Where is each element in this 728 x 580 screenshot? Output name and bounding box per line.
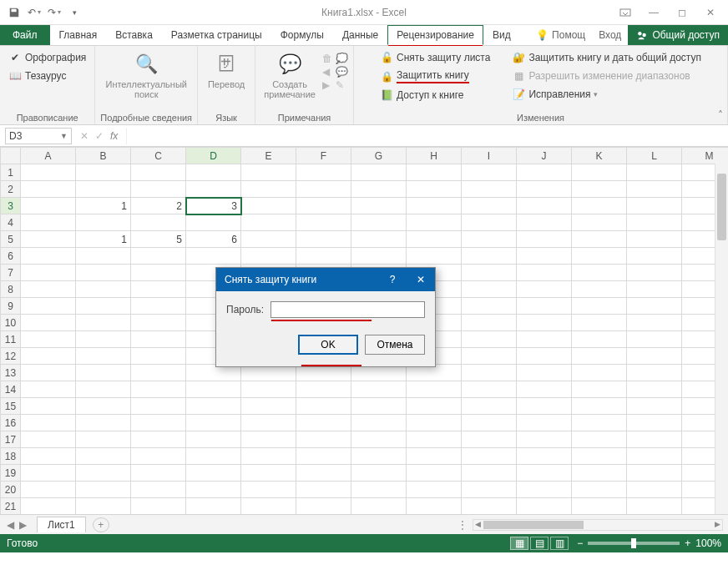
row-header[interactable]: 17 bbox=[1, 431, 21, 448]
cell[interactable] bbox=[627, 431, 682, 448]
tab-formulas[interactable]: Формулы bbox=[271, 25, 333, 45]
maximize-icon[interactable]: ◻ bbox=[670, 4, 695, 21]
cell[interactable] bbox=[21, 331, 76, 348]
tab-file[interactable]: Файл bbox=[0, 25, 50, 45]
tab-insert[interactable]: Вставка bbox=[106, 25, 162, 45]
cell[interactable] bbox=[572, 381, 627, 398]
cell[interactable] bbox=[462, 198, 517, 214]
cell[interactable] bbox=[296, 431, 351, 448]
cell[interactable] bbox=[572, 331, 627, 348]
cell[interactable] bbox=[351, 164, 407, 181]
cell[interactable] bbox=[627, 482, 682, 498]
row-header[interactable]: 10 bbox=[1, 315, 21, 331]
cell[interactable] bbox=[76, 315, 131, 331]
cell[interactable] bbox=[462, 331, 517, 348]
cell[interactable] bbox=[186, 431, 241, 448]
cell[interactable] bbox=[76, 348, 131, 365]
ribbon-options-icon[interactable] bbox=[613, 4, 638, 21]
cell[interactable] bbox=[407, 381, 462, 398]
cell[interactable] bbox=[131, 398, 186, 415]
row-header[interactable]: 8 bbox=[1, 281, 21, 298]
cell[interactable] bbox=[627, 298, 682, 315]
cell[interactable] bbox=[21, 198, 76, 214]
cell[interactable] bbox=[241, 248, 296, 265]
undo-icon[interactable]: ↶ bbox=[27, 5, 42, 20]
cell[interactable] bbox=[351, 448, 407, 465]
cell[interactable] bbox=[76, 298, 131, 315]
cell[interactable] bbox=[462, 365, 517, 381]
view-page-layout-icon[interactable]: ▤ bbox=[530, 537, 549, 550]
cell[interactable] bbox=[462, 214, 517, 231]
dialog-close-icon[interactable]: ✕ bbox=[407, 268, 435, 291]
cell[interactable] bbox=[76, 498, 131, 515]
cell[interactable] bbox=[462, 381, 517, 398]
cell[interactable] bbox=[517, 181, 572, 198]
show-comment-icon[interactable]: 💭 bbox=[336, 53, 348, 64]
cell[interactable] bbox=[517, 415, 572, 431]
row-header[interactable]: 11 bbox=[1, 331, 21, 348]
row-header[interactable]: 15 bbox=[1, 398, 21, 415]
cell[interactable] bbox=[296, 381, 351, 398]
row-header[interactable]: 9 bbox=[1, 298, 21, 315]
cell[interactable] bbox=[627, 331, 682, 348]
cell[interactable] bbox=[76, 365, 131, 381]
cell[interactable] bbox=[517, 315, 572, 331]
cell[interactable] bbox=[351, 415, 407, 431]
column-header[interactable]: E bbox=[241, 148, 296, 164]
cell[interactable] bbox=[76, 331, 131, 348]
new-sheet-button[interactable]: + bbox=[93, 517, 109, 532]
sheet-prev-icon[interactable]: ◀ bbox=[7, 519, 14, 531]
tell-me[interactable]: 💡 Помощ bbox=[529, 25, 592, 45]
cell[interactable] bbox=[76, 181, 131, 198]
cell[interactable] bbox=[407, 198, 462, 214]
cell[interactable]: 5 bbox=[131, 231, 186, 248]
row-header[interactable]: 7 bbox=[1, 265, 21, 281]
cell[interactable] bbox=[296, 198, 351, 214]
cell[interactable] bbox=[517, 164, 572, 181]
cell[interactable] bbox=[186, 415, 241, 431]
cell[interactable] bbox=[517, 348, 572, 365]
cell[interactable] bbox=[517, 214, 572, 231]
cell[interactable] bbox=[351, 231, 407, 248]
close-icon[interactable]: ✕ bbox=[698, 4, 723, 21]
translate-button[interactable]: 🈂 Перевод bbox=[203, 49, 250, 89]
tab-home[interactable]: Главная bbox=[50, 25, 107, 45]
row-header[interactable]: 3 bbox=[1, 198, 21, 214]
cell[interactable] bbox=[241, 164, 296, 181]
sheet-next-icon[interactable]: ▶ bbox=[19, 519, 27, 531]
cell[interactable] bbox=[462, 348, 517, 365]
cell[interactable] bbox=[462, 431, 517, 448]
row-header[interactable]: 18 bbox=[1, 448, 21, 465]
cell[interactable] bbox=[131, 415, 186, 431]
cell[interactable] bbox=[296, 164, 351, 181]
view-page-break-icon[interactable]: ▥ bbox=[550, 537, 569, 550]
cell[interactable] bbox=[407, 498, 462, 515]
dialog-help-icon[interactable]: ? bbox=[378, 268, 407, 291]
cell[interactable] bbox=[572, 482, 627, 498]
password-input[interactable] bbox=[270, 301, 425, 318]
cell[interactable] bbox=[407, 214, 462, 231]
cell[interactable] bbox=[407, 398, 462, 415]
cell[interactable] bbox=[351, 398, 407, 415]
row-header[interactable]: 12 bbox=[1, 348, 21, 365]
row-header[interactable]: 16 bbox=[1, 415, 21, 431]
cell[interactable] bbox=[462, 181, 517, 198]
cell[interactable] bbox=[407, 482, 462, 498]
cell[interactable] bbox=[131, 298, 186, 315]
row-header[interactable]: 5 bbox=[1, 231, 21, 248]
cell[interactable] bbox=[186, 482, 241, 498]
cell[interactable] bbox=[572, 315, 627, 331]
cell[interactable] bbox=[186, 164, 241, 181]
cell[interactable] bbox=[572, 431, 627, 448]
column-header[interactable]: D bbox=[186, 148, 241, 164]
cell[interactable] bbox=[572, 348, 627, 365]
cell[interactable] bbox=[76, 398, 131, 415]
zoom-in-icon[interactable]: + bbox=[685, 537, 690, 549]
cell[interactable] bbox=[462, 415, 517, 431]
tab-data[interactable]: Данные bbox=[333, 25, 387, 45]
sign-in[interactable]: Вход bbox=[592, 25, 628, 45]
redo-icon[interactable]: ↷ bbox=[47, 5, 62, 20]
cell[interactable] bbox=[407, 248, 462, 265]
cell[interactable] bbox=[241, 448, 296, 465]
cell[interactable] bbox=[76, 465, 131, 482]
